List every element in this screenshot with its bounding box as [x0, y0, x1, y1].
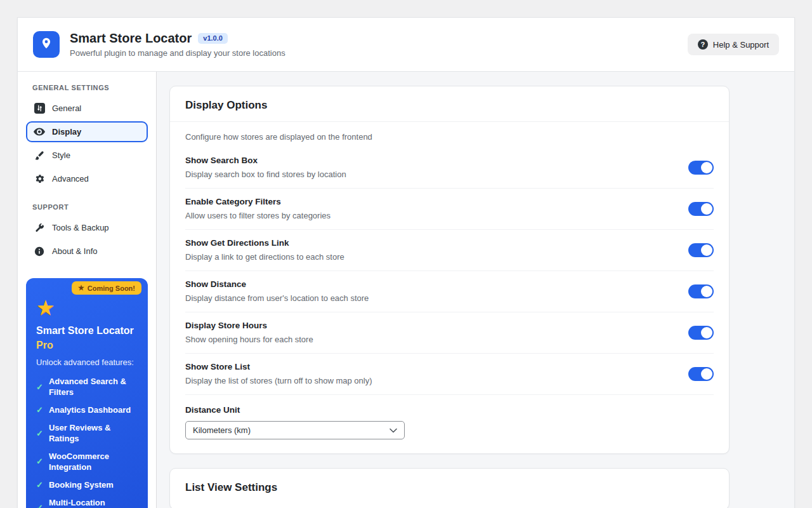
- settings-sidebar: General Settings General Display Style: [18, 72, 157, 508]
- pro-feature-label: Advanced Search & Filters: [49, 377, 138, 398]
- toggle-enable-category-filters[interactable]: [688, 202, 714, 216]
- big-star-icon: ★: [36, 297, 138, 318]
- pro-feature-item: ✓ Analytics Dashboard: [36, 405, 138, 416]
- sidebar-section-general-settings: General Settings: [32, 84, 148, 91]
- distance-unit-value: Kilometers (km): [193, 425, 251, 435]
- question-mark-icon: ?: [698, 39, 708, 50]
- pro-feature-item: ✓ User Reviews & Ratings: [36, 423, 138, 444]
- sliders-icon: [34, 103, 45, 114]
- settings-content: Display Options Configure how stores are…: [157, 72, 794, 508]
- sidebar-item-label: Advanced: [52, 174, 89, 184]
- setting-description: Display search box to find stores by loc…: [185, 170, 346, 179]
- setting-label: Show Store List: [185, 362, 372, 371]
- version-badge: v1.0.0: [198, 33, 228, 44]
- card-description: Configure how stores are displayed on th…: [185, 122, 714, 147]
- sidebar-section-support: Support: [32, 203, 148, 211]
- sidebar-item-about-info[interactable]: About & Info: [26, 241, 148, 262]
- setting-row-show-search-box: Show Search Box Display search box to fi…: [185, 147, 714, 189]
- toggle-show-get-directions-link[interactable]: [688, 243, 714, 257]
- chevron-down-icon: [390, 425, 397, 435]
- page-subtitle: Powerful plugin to manage and display yo…: [70, 49, 285, 57]
- eye-icon: [34, 128, 45, 136]
- page-title: Smart Store Locator: [70, 32, 192, 44]
- sidebar-item-label: Tools & Backup: [52, 223, 109, 232]
- distance-unit-label: Distance Unit: [185, 405, 714, 415]
- list-view-settings-card: List View Settings: [169, 468, 730, 508]
- map-pin-icon: [40, 37, 53, 52]
- sidebar-item-advanced[interactable]: Advanced: [26, 168, 148, 189]
- pro-feature-label: WooCommerce Integration: [49, 451, 138, 473]
- setting-label: Enable Category Filters: [185, 197, 331, 206]
- setting-label: Display Store Hours: [185, 321, 313, 330]
- help-support-button[interactable]: ? Help & Support: [688, 34, 779, 55]
- pro-feature-label: User Reviews & Ratings: [49, 423, 138, 444]
- card-title: List View Settings: [185, 481, 714, 494]
- pro-feature-item: ✓ Multi-Location Management: [36, 498, 138, 508]
- check-icon: ✓: [36, 405, 43, 416]
- pro-feature-label: Multi-Location Management: [49, 498, 138, 508]
- setting-description: Show opening hours for each store: [185, 335, 313, 344]
- setting-row-show-get-directions-link: Show Get Directions Link Display a link …: [185, 230, 714, 271]
- pro-card-title-highlight: Pro: [36, 338, 138, 352]
- plugin-logo: [33, 31, 60, 58]
- pro-feature-item: ✓ Booking System: [36, 480, 138, 491]
- pro-feature-item: ✓ WooCommerce Integration: [36, 451, 138, 473]
- sidebar-item-label: General: [52, 104, 81, 113]
- setting-label: Show Search Box: [185, 156, 346, 165]
- pro-card-subtitle: Unlock advanced features:: [36, 358, 138, 367]
- setting-label: Show Distance: [185, 279, 369, 289]
- check-icon: ✓: [36, 457, 43, 467]
- setting-description: Display the list of stores (turn off to …: [185, 376, 372, 385]
- card-title: Display Options: [185, 99, 714, 112]
- sidebar-item-label: Style: [52, 150, 70, 160]
- setting-row-enable-category-filters: Enable Category Filters Allow users to f…: [185, 189, 714, 230]
- gear-icon: [34, 173, 45, 184]
- pro-card-title: Smart Store Locator: [36, 323, 138, 338]
- star-icon: ★: [78, 284, 84, 292]
- setting-description: Allow users to filter stores by categori…: [185, 211, 331, 220]
- distance-unit-select[interactable]: Kilometers (km): [185, 421, 405, 439]
- setting-row-display-store-hours: Display Store Hours Show opening hours f…: [185, 312, 714, 354]
- pro-feature-item: ✓ Advanced Search & Filters: [36, 377, 138, 398]
- check-icon: ✓: [36, 503, 43, 508]
- coming-soon-badge: ★ Coming Soon!: [72, 281, 141, 295]
- sidebar-item-general[interactable]: General: [26, 98, 148, 119]
- wrench-icon: [34, 223, 45, 233]
- setting-label: Show Get Directions Link: [185, 238, 344, 248]
- check-icon: ✓: [36, 429, 43, 439]
- sidebar-item-display[interactable]: Display: [26, 121, 148, 142]
- paintbrush-icon: [34, 150, 45, 161]
- setting-row-show-store-list: Show Store List Display the list of stor…: [185, 354, 714, 395]
- setting-row-show-distance: Show Distance Display distance from user…: [185, 271, 714, 312]
- info-icon: [34, 246, 45, 257]
- toggle-show-store-list[interactable]: [688, 367, 714, 381]
- toggle-display-store-hours[interactable]: [688, 326, 714, 340]
- help-support-label: Help & Support: [713, 40, 769, 50]
- setting-description: Display distance from user's location to…: [185, 293, 369, 303]
- page-header: Smart Store Locator v1.0.0 Powerful plug…: [18, 18, 794, 72]
- sidebar-item-tools-backup[interactable]: Tools & Backup: [26, 217, 148, 238]
- toggle-show-search-box[interactable]: [688, 161, 714, 175]
- pro-feature-label: Analytics Dashboard: [49, 405, 131, 416]
- sidebar-item-style[interactable]: Style: [26, 145, 148, 166]
- sidebar-item-label: Display: [52, 127, 81, 137]
- setting-description: Display a link to get directions to each…: [185, 252, 344, 262]
- pro-upsell-card: ★ Coming Soon! ★ Smart Store Locator Pro…: [26, 278, 148, 508]
- sidebar-item-label: About & Info: [52, 246, 98, 256]
- pro-feature-label: Booking System: [49, 480, 114, 491]
- display-options-card: Display Options Configure how stores are…: [169, 86, 730, 454]
- plugin-admin-page: Smart Store Locator v1.0.0 Powerful plug…: [17, 17, 795, 508]
- toggle-show-distance[interactable]: [688, 284, 714, 298]
- check-icon: ✓: [36, 382, 43, 393]
- coming-soon-label: Coming Soon!: [88, 284, 135, 292]
- check-icon: ✓: [36, 480, 43, 491]
